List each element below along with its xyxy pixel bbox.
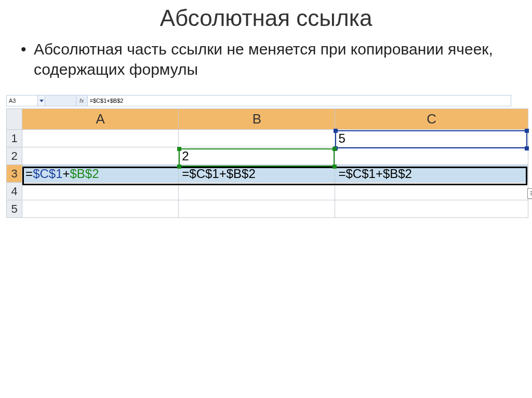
formula-input[interactable]: =$C$1+$B$2 (88, 95, 511, 106)
cell-C4[interactable] (335, 183, 528, 200)
cell-B4[interactable] (179, 183, 335, 200)
cell-C1[interactable]: 5 (335, 130, 528, 147)
cell-B2[interactable]: 2 (179, 147, 335, 165)
cell-C2[interactable] (335, 147, 528, 165)
cell-B1[interactable] (179, 130, 335, 147)
a3-plus: + (63, 167, 70, 181)
name-box[interactable]: A3 (7, 95, 38, 106)
formula-bar-gap (45, 95, 76, 106)
cell-C3[interactable]: =$C$1+$B$2 (335, 165, 528, 183)
cell-B3[interactable]: =$C$1+$B$2 (179, 165, 335, 183)
cell-A1[interactable] (22, 130, 179, 147)
row-header-4[interactable]: 4 (7, 183, 22, 200)
row-header-2[interactable]: 2 (7, 147, 22, 165)
formula-bar: A3 fx =$C$1+$B$2 (6, 95, 511, 106)
a3-ref2: $B$2 (70, 167, 99, 181)
grid: A B C 1 5 2 2 3 =$C$1+$B$2 =$C$1+$B$2 =$… (6, 108, 528, 218)
spreadsheet: A3 fx =$C$1+$B$2 A B C 1 (6, 95, 511, 218)
autofill-options-icon[interactable] (527, 188, 532, 199)
bullet-text: Абсолютная часть ссылки не меняется при … (21, 39, 511, 79)
col-header-A[interactable]: A (22, 109, 179, 130)
cell-A4[interactable] (22, 183, 179, 200)
cell-B5[interactable] (179, 200, 335, 218)
fx-label[interactable]: fx (76, 95, 88, 106)
row-header-1[interactable]: 1 (7, 130, 22, 147)
cell-C5[interactable] (335, 200, 528, 218)
svg-marker-0 (39, 100, 44, 102)
slide-title: Абсолютная ссылка (21, 5, 511, 31)
row-header-3[interactable]: 3 (7, 165, 22, 183)
a3-eq: = (25, 167, 33, 181)
cell-A3[interactable]: =$C$1+$B$2 (22, 165, 179, 183)
cell-A5[interactable] (22, 200, 179, 218)
select-all-corner[interactable] (7, 109, 22, 130)
a3-ref1: $C$1 (33, 167, 62, 181)
chevron-down-icon (39, 100, 44, 102)
col-header-B[interactable]: B (179, 109, 335, 130)
row-header-5[interactable]: 5 (7, 200, 22, 218)
col-header-C[interactable]: C (335, 109, 528, 130)
name-box-dropdown[interactable] (38, 95, 45, 106)
cell-A2[interactable] (22, 147, 179, 165)
